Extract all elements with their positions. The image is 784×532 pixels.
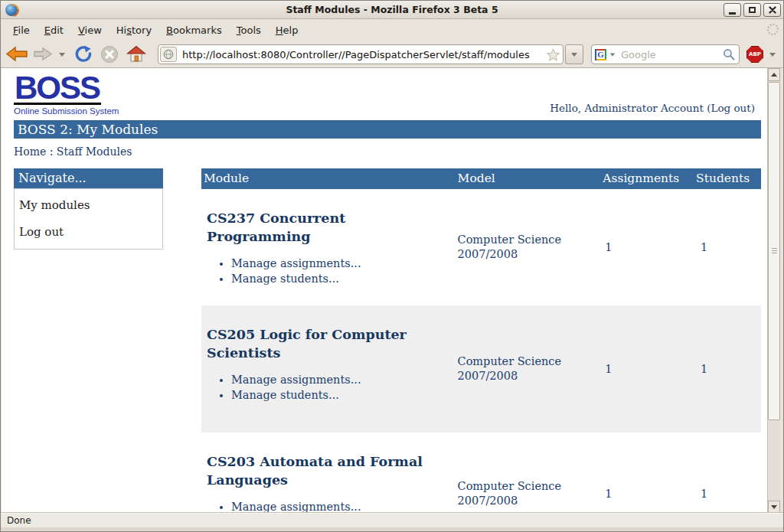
- boss-logo[interactable]: BOSS: [14, 74, 101, 105]
- stop-icon: [100, 45, 119, 64]
- breadcrumb-home-link[interactable]: Home: [14, 145, 46, 158]
- vertical-scrollbar[interactable]: [767, 68, 780, 514]
- table-row: CS205 Logic for Computer Scientists Mana…: [201, 305, 761, 432]
- students-cell: 1: [694, 305, 761, 432]
- column-header-module: Module: [201, 168, 456, 189]
- modules-table: Module Model Assignments Students CS237 …: [201, 168, 761, 514]
- sidebar-item-log-out[interactable]: Log out: [15, 218, 162, 245]
- reload-icon: [74, 45, 93, 64]
- menu-file[interactable]: File: [7, 22, 36, 38]
- module-cell: CS237 Concurrent Programming Manage assi…: [201, 189, 456, 305]
- model-cell: Computer Science 2007/2008: [456, 432, 601, 514]
- navigation-toolbar: http://localhost:8080/Controller//PageDi…: [1, 40, 783, 68]
- window-title: Staff Modules - Mozilla Firefox 3 Beta 5: [1, 4, 783, 15]
- minimize-button[interactable]: [724, 3, 741, 17]
- students-cell: 1: [694, 189, 761, 305]
- navigation-sidebar: Navigate... My modules Log out: [14, 168, 163, 250]
- model-cell: Computer Science 2007/2008: [456, 305, 601, 432]
- home-button[interactable]: [126, 45, 146, 64]
- module-cell: CS205 Logic for Computer Scientists Mana…: [201, 305, 456, 432]
- home-icon: [126, 45, 146, 64]
- arrow-down-icon: [771, 505, 777, 509]
- search-engine-chevron[interactable]: [610, 53, 615, 56]
- column-header-model: Model: [456, 168, 601, 189]
- reload-button[interactable]: [74, 45, 93, 64]
- forward-button[interactable]: [33, 47, 53, 61]
- list-item: Manage assignments...: [231, 373, 449, 388]
- title-bar: Staff Modules - Mozilla Firefox 3 Beta 5: [1, 1, 783, 19]
- url-input[interactable]: http://localhost:8080/Controller//PageDi…: [182, 49, 547, 60]
- status-bar: Done: [1, 512, 783, 531]
- history-dropdown-chevron[interactable]: [59, 53, 65, 57]
- browser-window: Staff Modules - Mozilla Firefox 3 Beta 5…: [0, 0, 784, 532]
- manage-assignments-link[interactable]: Manage assignments...: [231, 374, 361, 386]
- table-header-row: Module Model Assignments Students: [201, 168, 761, 189]
- throbber-icon: [767, 24, 779, 35]
- site-favicon-globe-icon: [163, 49, 174, 60]
- back-icon: [5, 45, 28, 63]
- manage-students-link[interactable]: Manage students...: [231, 389, 339, 401]
- menu-view[interactable]: View: [72, 22, 108, 38]
- arrow-up-icon: [771, 73, 777, 77]
- module-title: CS203 Automata and Formal Languages: [207, 452, 438, 489]
- maximize-button[interactable]: [743, 3, 761, 17]
- assignments-cell: 1: [600, 189, 694, 305]
- model-cell: Computer Science 2007/2008: [456, 189, 601, 305]
- module-cell: CS203 Automata and Formal Languages Mana…: [201, 432, 456, 514]
- adblock-plus-button[interactable]: ABP: [746, 46, 763, 63]
- column-header-assignments: Assignments: [600, 168, 694, 189]
- greeting-text: Hello, Administrator Account (Log out): [550, 102, 755, 114]
- list-item: Manage students...: [231, 272, 449, 287]
- search-input[interactable]: Google: [621, 49, 723, 60]
- list-item: Manage assignments...: [231, 256, 449, 272]
- chevron-down-icon: [571, 53, 577, 57]
- table-row: CS203 Automata and Formal Languages Mana…: [201, 432, 761, 514]
- manage-students-link[interactable]: Manage students...: [231, 273, 339, 285]
- abp-dropdown-chevron[interactable]: [769, 53, 776, 57]
- stop-button[interactable]: [100, 45, 119, 64]
- breadcrumb-current: Staff Modules: [57, 145, 132, 158]
- assignments-cell: 1: [600, 305, 694, 432]
- menu-bar: File Edit View History Bookmarks Tools H…: [1, 20, 783, 40]
- window-controls: [724, 3, 781, 17]
- module-title: CS237 Concurrent Programming: [207, 209, 438, 246]
- assignments-cell: 1: [600, 432, 694, 514]
- menu-help[interactable]: Help: [270, 22, 305, 38]
- abp-label: ABP: [749, 51, 761, 57]
- sidebar-item-my-modules[interactable]: My modules: [15, 191, 162, 218]
- google-logo-icon: G: [595, 49, 606, 60]
- menu-history[interactable]: History: [110, 22, 158, 38]
- scrollbar-thumb[interactable]: [768, 82, 780, 420]
- status-text: Done: [1, 513, 783, 526]
- search-bar[interactable]: G Google: [591, 44, 740, 64]
- sidebar-menu: My modules Log out: [14, 188, 163, 250]
- page-title: BOSS 2: My Modules: [14, 120, 761, 139]
- menu-tools[interactable]: Tools: [230, 22, 267, 38]
- close-icon: [769, 6, 776, 14]
- scroll-up-button[interactable]: [768, 68, 780, 81]
- menu-bookmarks[interactable]: Bookmarks: [160, 22, 228, 38]
- back-button[interactable]: [5, 45, 28, 63]
- search-magnifier-icon[interactable]: [723, 48, 735, 60]
- forward-icon: [33, 47, 53, 61]
- url-bar[interactable]: http://localhost:8080/Controller//PageDi…: [158, 44, 564, 64]
- list-item: Manage students...: [231, 388, 449, 403]
- minimize-icon: [729, 12, 736, 15]
- manage-assignments-link[interactable]: Manage assignments...: [231, 501, 361, 513]
- logout-link[interactable]: (Log out): [707, 102, 755, 114]
- manage-assignments-link[interactable]: Manage assignments...: [231, 257, 361, 269]
- boss-logo-subtitle: Online Submission System: [14, 106, 119, 116]
- close-button[interactable]: [763, 3, 781, 17]
- breadcrumb: Home : Staff Modules: [14, 145, 761, 158]
- bookmark-star-icon[interactable]: [547, 48, 560, 61]
- maximize-icon: [749, 7, 756, 13]
- url-dropdown-button[interactable]: [565, 44, 583, 64]
- table-row: CS237 Concurrent Programming Manage assi…: [201, 189, 761, 305]
- scrollbar-grip-icon: [772, 248, 777, 253]
- page-masthead: BOSS Online Submission System Hello, Adm…: [14, 74, 761, 119]
- site-identity-button[interactable]: [160, 47, 177, 62]
- module-title: CS205 Logic for Computer Scientists: [207, 325, 438, 362]
- menu-edit[interactable]: Edit: [38, 22, 70, 38]
- students-cell: 1: [694, 432, 761, 514]
- page-viewport: BOSS Online Submission System Hello, Adm…: [2, 68, 769, 514]
